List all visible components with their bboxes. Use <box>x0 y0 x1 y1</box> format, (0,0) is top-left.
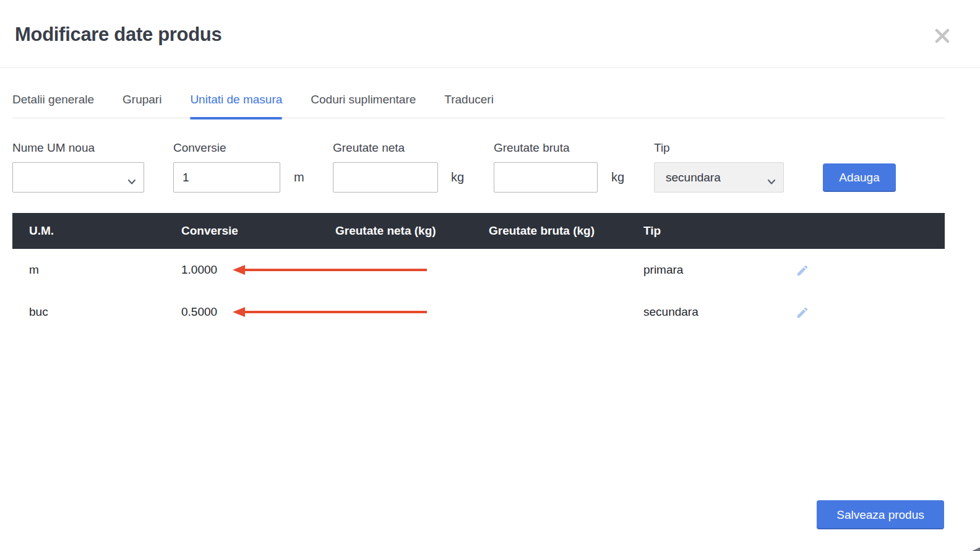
edit-row-button[interactable] <box>796 264 809 277</box>
conversie-unit-suffix: m <box>294 162 304 193</box>
column-header-greutate-neta: Greutate neta (kg) <box>335 213 436 249</box>
column-header-conversie: Conversie <box>181 213 238 249</box>
add-um-form: Nume UM noua Conversie m Greutate neta <box>12 130 968 213</box>
greutate-neta-unit-suffix: kg <box>451 162 464 193</box>
tab-detalii-generale[interactable]: Detalii generale <box>12 87 94 118</box>
cell-conversie: 0.5000 <box>181 291 217 333</box>
tab-bar: Detalii generale Grupari Unitati de masu… <box>12 87 945 118</box>
modal-header: Modificare date produs <box>0 0 980 68</box>
field-label: Tip <box>654 140 784 156</box>
field-label: Conversie <box>173 140 280 156</box>
tab-grupari[interactable]: Grupari <box>123 87 161 118</box>
table-row: buc 0.5000 secundara <box>12 291 945 333</box>
adauga-button[interactable]: Adauga <box>823 163 896 192</box>
edit-row-button[interactable] <box>796 306 809 319</box>
corner-artifact <box>972 547 980 551</box>
tip-select[interactable]: secundara <box>654 162 784 193</box>
edit-pencil-icon <box>796 270 809 279</box>
modal-title: Modificare date produs <box>15 24 221 46</box>
conversie-input[interactable] <box>173 162 280 193</box>
field-conversie: Conversie <box>173 140 280 193</box>
greutate-bruta-input[interactable] <box>494 162 598 193</box>
column-header-greutate-bruta: Greutate bruta (kg) <box>489 213 595 249</box>
tab-coduri-suplimentare[interactable]: Coduri suplimentare <box>311 87 416 118</box>
salveaza-produs-button[interactable]: Salveaza produs <box>817 500 944 529</box>
field-label: Nume UM noua <box>12 140 144 156</box>
edit-pencil-icon <box>796 312 809 321</box>
nume-um-noua-select[interactable] <box>12 162 144 193</box>
modal-modificare-date-produs: Modificare date produs Detalii generale … <box>0 0 980 551</box>
column-header-um: U.M. <box>29 213 54 249</box>
annotation-arrow <box>233 265 427 275</box>
cell-um: m <box>29 249 39 291</box>
selected-value: secundara <box>666 171 775 184</box>
greutate-bruta-unit-suffix: kg <box>611 162 624 193</box>
field-label: Greutate bruta <box>494 140 598 156</box>
close-icon <box>933 38 952 47</box>
field-tip: Tip secundara <box>654 140 784 193</box>
table-row: m 1.0000 primara <box>12 249 945 291</box>
cell-tip: primara <box>643 249 683 291</box>
field-label: Greutate neta <box>333 140 438 156</box>
greutate-neta-input[interactable] <box>333 162 438 193</box>
column-header-tip: Tip <box>643 213 661 249</box>
close-button[interactable] <box>933 27 952 45</box>
field-greutate-bruta: Greutate bruta <box>494 140 598 193</box>
field-nume-um-noua: Nume UM noua <box>12 140 144 193</box>
um-table: U.M. Conversie Greutate neta (kg) Greuta… <box>12 213 945 333</box>
cell-um: buc <box>29 291 48 333</box>
field-greutate-neta: Greutate neta <box>333 140 438 193</box>
cell-tip: secundara <box>643 291 698 333</box>
tab-unitati-de-masura[interactable]: Unitati de masura <box>190 87 282 118</box>
table-header-row: U.M. Conversie Greutate neta (kg) Greuta… <box>12 213 945 249</box>
annotation-arrow <box>233 307 427 317</box>
cell-conversie: 1.0000 <box>181 249 217 291</box>
tab-traduceri[interactable]: Traduceri <box>444 87 494 118</box>
chevron-down-icon <box>127 175 136 188</box>
